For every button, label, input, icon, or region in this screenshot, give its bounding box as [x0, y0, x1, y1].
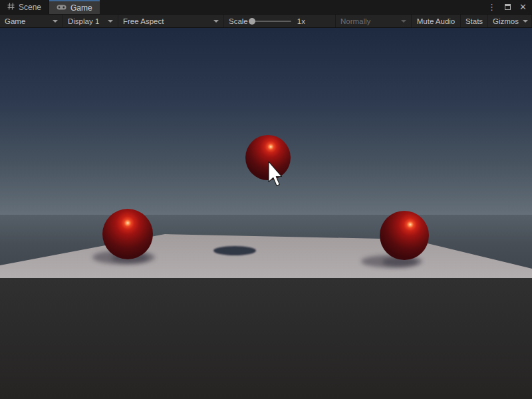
window-controls: ⋮ ✕ [487, 0, 532, 14]
display-label: Display 1 [68, 17, 99, 25]
tab-scene-label: Scene [19, 3, 41, 12]
stats-label: Stats [466, 17, 483, 25]
red-sphere-center [245, 135, 291, 180]
view-mode-dropdown[interactable]: Game [0, 15, 63, 27]
enter-play-mode-dropdown[interactable]: Normally [336, 15, 412, 27]
chevron-down-icon [401, 20, 406, 23]
chevron-down-icon [53, 20, 58, 23]
scale-slider-knob[interactable] [249, 18, 255, 25]
mute-audio-label: Mute Audio [417, 17, 456, 25]
gamepad-icon [57, 3, 66, 13]
mute-audio-button[interactable]: Mute Audio [412, 15, 461, 27]
view-mode-label: Game [5, 17, 25, 25]
scale-label: Scale [229, 17, 248, 25]
rendered-scene [0, 28, 532, 399]
scale-value: 1x [297, 17, 305, 25]
scene-grid-icon [7, 3, 15, 11]
aspect-ratio-dropdown[interactable]: Free Aspect [118, 15, 224, 27]
gizmos-label: Gizmos [493, 17, 519, 25]
game-view-toolbar: Game Display 1 Free Aspect Scale 1x Norm… [0, 14, 532, 28]
near-dark-ground [0, 278, 532, 399]
close-icon[interactable]: ✕ [519, 2, 527, 12]
gizmos-dropdown[interactable]: Gizmos [488, 15, 532, 27]
scale-control: Scale 1x [224, 15, 336, 27]
game-viewport[interactable] [0, 28, 532, 399]
chevron-down-icon [523, 20, 528, 23]
skybox [0, 28, 532, 215]
tab-scene[interactable]: Scene [0, 0, 49, 14]
tab-bar: Scene Game ⋮ ✕ [0, 0, 532, 14]
chevron-down-icon [213, 20, 219, 23]
aspect-label: Free Aspect [123, 17, 164, 25]
red-sphere-right [380, 211, 429, 260]
display-dropdown[interactable]: Display 1 [63, 15, 118, 27]
maximize-icon[interactable] [505, 4, 511, 10]
chevron-down-icon [108, 20, 113, 23]
stats-button[interactable]: Stats [461, 15, 488, 27]
red-sphere-left [102, 209, 153, 259]
unity-game-window: Scene Game ⋮ ✕ Game Display 1 [0, 0, 532, 399]
center-sphere-shadow [213, 246, 256, 255]
tab-game[interactable]: Game [49, 0, 100, 14]
more-options-icon[interactable]: ⋮ [487, 2, 496, 12]
enter-play-mode-label: Normally [340, 17, 370, 25]
scale-slider[interactable] [250, 21, 291, 22]
tab-game-label: Game [70, 3, 92, 13]
